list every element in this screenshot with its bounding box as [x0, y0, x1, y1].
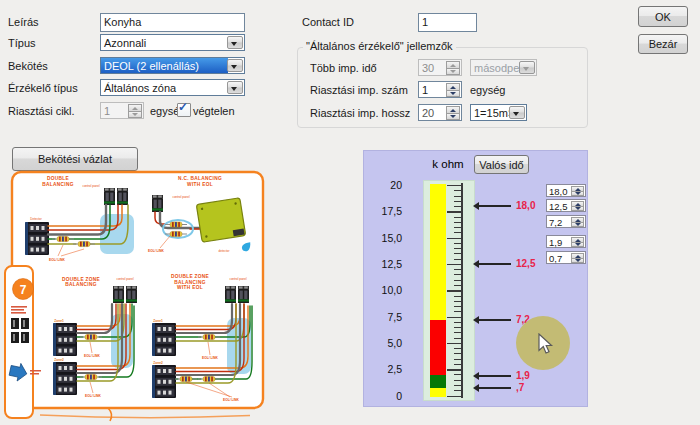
- alarm-cycle-value: 1: [104, 105, 127, 117]
- description-label: Leírás: [8, 16, 39, 28]
- threshold-spinner-3[interactable]: 7,2: [546, 215, 586, 228]
- chevron-down-icon[interactable]: [227, 36, 243, 49]
- d2-detector-label: detector: [219, 249, 230, 253]
- alarm-pulse-length-label: Riasztási imp. hossz: [310, 107, 410, 119]
- type-select[interactable]: Azonnali: [100, 34, 245, 51]
- cursor-highlight: [516, 316, 570, 370]
- scale-label: 2,5: [370, 363, 402, 375]
- nc-detector: [196, 198, 245, 242]
- d1-eol-label: EOL/ LINK: [49, 258, 65, 262]
- gauge-ruler-line: [461, 183, 463, 398]
- close-button[interactable]: Bezár: [638, 34, 688, 54]
- scale-label: 10,0: [370, 284, 402, 296]
- threshold-spinner-4[interactable]: 1,9: [546, 235, 586, 248]
- ok-button[interactable]: OK: [638, 6, 688, 27]
- infinite-checkbox[interactable]: ✓: [177, 103, 191, 117]
- resistance-gauge-panel: k ohm Valós idő 20 17,5 15,0 12,5 10,0 7…: [363, 150, 588, 407]
- d4-title-line3: WITH EOL: [177, 285, 203, 290]
- multi-pulse-time-value: 30: [422, 62, 445, 74]
- d1-panel-label: control panel: [82, 184, 100, 188]
- d1-title-line1: DOUBLE: [47, 176, 70, 181]
- type-value: Azonnali: [101, 35, 228, 50]
- alarm-cycle-label: Riasztási cikl.: [8, 105, 75, 117]
- pulse-length-unit-select[interactable]: 1=15mS: [470, 104, 527, 121]
- chevron-down-icon[interactable]: [227, 59, 243, 72]
- spin-down-button[interactable]: [571, 191, 584, 197]
- gauge-unit-label: k ohm: [423, 158, 473, 170]
- d4-zone2-label: Zone2: [153, 361, 163, 365]
- d3-zone1-label: Zone1: [54, 319, 64, 323]
- spin-down-button[interactable]: [446, 68, 460, 76]
- contact-id-input[interactable]: 1: [418, 13, 477, 32]
- d3-title-line1: DOUBLE ZONE: [62, 277, 101, 282]
- spin-down-button[interactable]: [571, 242, 584, 248]
- alarm-pulse-length-spinner[interactable]: 20: [418, 104, 462, 121]
- spin-down-button[interactable]: [571, 222, 584, 228]
- wiring-diagram: 7 DOUBLE BALANCING control panel Detecto…: [0, 166, 296, 425]
- wiring-label: Bekötés: [8, 60, 48, 72]
- multi-pulse-time-spinner[interactable]: 30: [418, 59, 462, 76]
- sensor-type-value: Általános zóna: [101, 80, 228, 95]
- type-label: Típus: [8, 37, 36, 49]
- wiring-select[interactable]: DEOL (2 ellenállás): [100, 57, 245, 74]
- page-number: 7: [20, 283, 27, 297]
- d4-title-line2: BALANCING: [174, 280, 205, 285]
- scale-label: 12,5: [370, 258, 402, 270]
- alarm-pulse-count-label: Riasztási imp. szám: [310, 84, 408, 96]
- infinite-label: végtelen: [193, 105, 235, 117]
- pulse-length-unit-value: 1=15mS: [471, 105, 510, 120]
- chevron-down-icon[interactable]: [509, 106, 525, 119]
- spin-down-button[interactable]: [446, 90, 460, 98]
- wiring-value: DEOL (2 ellenállás): [101, 58, 228, 73]
- d3-eol-label1: EOL/ LINK: [84, 354, 100, 358]
- spin-down-button[interactable]: [446, 113, 460, 121]
- d3-zone2-label: Zone2: [54, 358, 64, 362]
- scale-label: 5,0: [370, 337, 402, 349]
- gauge-bar: [430, 184, 446, 397]
- alarm-pulse-count-spinner[interactable]: 1: [418, 81, 462, 98]
- d4-eol-label2: EOL/ LINK: [223, 398, 239, 402]
- alarm-pulse-count-value: 1: [422, 84, 445, 96]
- scale-label: 0: [370, 390, 402, 402]
- check-icon: ✓: [178, 100, 188, 114]
- chevron-down-icon[interactable]: [519, 61, 535, 74]
- sensor-type-label: Érzékelő típus: [8, 82, 78, 94]
- spin-down-button[interactable]: [128, 111, 142, 119]
- time-unit-select[interactable]: másodpe: [470, 59, 537, 76]
- d1-title-line2: BALANCING: [42, 182, 73, 187]
- d4-eol-label1: EOL/ LINK: [202, 356, 218, 360]
- d3-panel-label: control panel: [116, 277, 134, 281]
- d4-zone1-label: Zone1: [153, 319, 163, 323]
- spin-down-button[interactable]: [571, 206, 584, 212]
- scale-label: 17,5: [370, 205, 402, 217]
- alarm-cycle-spinner[interactable]: 1: [100, 102, 144, 119]
- d2-eol-label: EOL/ LINK: [148, 249, 164, 253]
- scale-label: 20: [370, 179, 402, 191]
- contact-id-label: Contact ID: [302, 16, 354, 28]
- spin-down-button[interactable]: [571, 258, 584, 264]
- time-unit-value: másodpe: [471, 60, 520, 75]
- d4-panel-label: control panel: [229, 277, 247, 281]
- realtime-button[interactable]: Valós idő: [474, 155, 529, 174]
- threshold-spinner-1[interactable]: 18,0: [546, 184, 586, 197]
- threshold-spinner-2[interactable]: 12,5: [546, 199, 586, 212]
- group-title: "Általános érzékelő" jellemzők: [303, 40, 456, 52]
- threshold-spinner-5[interactable]: 0,7: [546, 251, 586, 264]
- chevron-down-icon[interactable]: [227, 81, 243, 94]
- description-input[interactable]: Konyha: [100, 13, 245, 32]
- d2-title-line2: WITH EOL: [187, 182, 213, 187]
- d2-title-line1: N.C. BALANCING: [178, 176, 222, 181]
- sensor-type-select[interactable]: Általános zóna: [100, 79, 245, 96]
- d2-panel-label: control panel: [172, 195, 190, 199]
- mouse-cursor-icon: [538, 333, 558, 357]
- multi-pulse-time-label: Több imp. idő: [310, 62, 377, 74]
- scale-label: 7,5: [370, 311, 402, 323]
- scale-label: 15,0: [370, 232, 402, 244]
- d1-detector-label: Detector: [30, 217, 41, 221]
- gauge-major-ticks: [447, 185, 462, 398]
- d3-eol-label2: EOL/ LINK: [85, 394, 101, 398]
- d3-title-line2: BALANCING: [65, 282, 96, 287]
- pulse-count-unit-label: egység: [470, 84, 505, 96]
- d4-title-line1: DOUBLE ZONE: [171, 274, 210, 279]
- zone-settings-dialog: Leírás Konyha Típus Azonnali Bekötés DEO…: [0, 0, 700, 425]
